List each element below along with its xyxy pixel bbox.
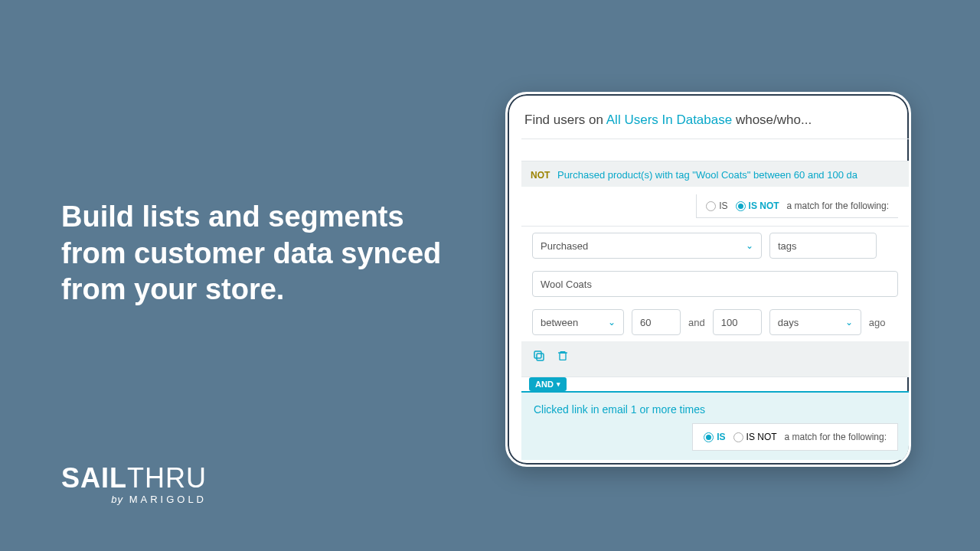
radio-isnot-label-2: IS NOT [746,432,777,442]
connector-pill[interactable]: AND ▾ [529,377,567,391]
action-select[interactable]: Purchased ⌄ [532,233,762,259]
radio-icon [704,432,714,442]
logo-by: by [111,494,123,505]
criteria-actions [521,341,909,377]
radio-is-label-2: IS [717,432,725,442]
criteria-summary: Purchased product(s) with tag "Wool Coat… [557,169,858,181]
radio-is-not-2[interactable]: IS NOT [733,432,777,442]
logo-brand: MARIGOLD [129,494,207,505]
radio-is-not[interactable]: IS NOT [736,201,779,211]
range-to-input[interactable]: 100 [713,309,762,335]
tag-value-text: Wool Coats [541,279,592,290]
range-to-value: 100 [721,317,738,328]
ago-label: ago [869,317,886,328]
duplicate-icon[interactable] [532,349,546,366]
range-from-value: 60 [640,317,651,328]
radio-icon [706,201,716,211]
logo-word-a: SAIL [61,462,127,494]
query-header: Find users on All Users In Database whos… [521,109,909,139]
radio-isnot-label: IS NOT [749,201,779,211]
radio-icon [733,432,743,442]
action-select-value: Purchased [541,240,588,252]
range-operator-select[interactable]: between ⌄ [532,309,624,335]
chevron-down-icon: ⌄ [746,240,753,251]
criteria-block-1: NOT Purchased product(s) with tag "Wool … [521,161,909,377]
chevron-down-icon: ▾ [557,380,560,388]
radio-is-label: IS [719,201,727,211]
not-badge: NOT [531,170,550,181]
svg-rect-2 [560,353,566,360]
match-mode-panel: IS IS NOT a match for the following: [696,194,898,218]
unit-select-value: days [778,317,799,328]
match-mode-panel-2: IS IS NOT a match for the following: [692,423,898,451]
svg-rect-1 [534,351,541,358]
app-panel: Find users on All Users In Database whos… [505,92,911,467]
radio-icon [736,201,746,211]
query-suffix: whose/who... [732,112,812,127]
brand-logo: SAILTHRU by MARIGOLD [61,465,207,505]
and-word: and [688,317,705,328]
trash-icon[interactable] [557,350,569,365]
svg-rect-0 [537,354,544,360]
tag-value-input[interactable]: Wool Coats [532,271,898,297]
attribute-select-value: tags [778,240,797,252]
logo-word-b: THRU [127,462,207,494]
marketing-headline: Build lists and segments from customer d… [61,199,459,308]
range-operator-value: between [541,317,578,328]
unit-select[interactable]: days ⌄ [769,309,861,335]
criteria2-summary: Clicked link in email 1 or more times [521,393,909,423]
chevron-down-icon: ⌄ [845,317,853,328]
connector-label: AND [535,380,554,389]
radio-is-2[interactable]: IS [704,432,725,442]
query-prefix: Find users on [524,112,606,127]
audience-link[interactable]: All Users In Database [606,112,732,127]
chevron-down-icon: ⌄ [608,317,616,328]
attribute-select[interactable]: tags [769,233,877,259]
match-text-2: a match for the following: [785,432,887,442]
match-text: a match for the following: [787,201,889,211]
range-from-input[interactable]: 60 [632,309,681,335]
criteria-block-2: Clicked link in email 1 or more times IS… [521,391,909,460]
radio-is[interactable]: IS [706,201,727,211]
